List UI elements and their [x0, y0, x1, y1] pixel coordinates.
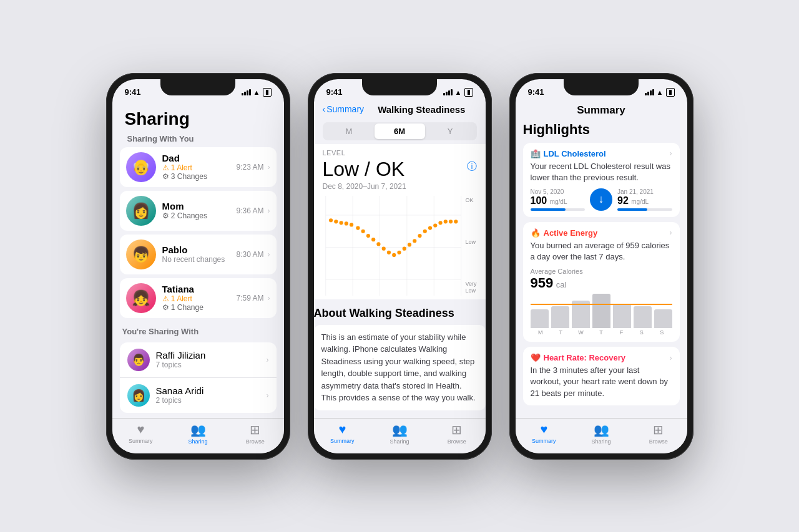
contact-card-pablo[interactable]: 👦 Pablo No recent changes 8:30 AM › — [120, 235, 277, 274]
chevron-sanaa: › — [267, 391, 269, 400]
svg-point-18 — [376, 242, 380, 246]
walking-chart-svg — [323, 196, 477, 296]
svg-point-20 — [386, 250, 390, 254]
cal-days: M T W T F S S — [531, 329, 672, 336]
contact-info-dad: Dad ⚠ 1 Alert ⚙ 3 Changes — [162, 153, 230, 181]
summary-content: Highlights 🏥 LDL Cholesterol › Your rece… — [516, 122, 687, 418]
tab-summary-2[interactable]: ♥ Summary — [314, 422, 371, 445]
chevron-raffi: › — [267, 355, 269, 364]
avatar-raffi: 👨 — [127, 349, 150, 371]
level-date: Dec 8, 2020–Jun 7, 2021 — [323, 182, 477, 191]
cal-chart — [531, 294, 672, 328]
svg-point-31 — [443, 220, 447, 223]
about-card: This is an estimate of your stability wh… — [314, 325, 486, 410]
about-title: About Walking Steadiness — [314, 307, 486, 320]
tab-bar-1: ♥ Summary 👥 Sharing ⊞ Browse — [112, 418, 284, 453]
notch — [160, 79, 235, 95]
sharing-person-sanaa[interactable]: 👩 Sanaa Aridi 2 topics › — [120, 378, 277, 413]
battery-icon-3: ▮ — [666, 88, 675, 97]
svg-point-24 — [407, 243, 411, 246]
walking-nav-title: Walking Steadiness — [366, 104, 476, 115]
svg-point-29 — [433, 223, 437, 227]
tab-sharing-1[interactable]: 👥 Sharing — [169, 422, 227, 445]
tab-browse-1[interactable]: ⊞ Browse — [227, 422, 284, 445]
browse-icon-2: ⊞ — [451, 422, 462, 437]
cal-unit: cal — [556, 280, 567, 289]
contact-card-dad[interactable]: 👴 Dad ⚠ 1 Alert ⚙ 3 Changes — [120, 147, 277, 187]
contact-right-mom: 9:36 AM › — [236, 206, 270, 215]
contact-list: 👴 Dad ⚠ 1 Alert ⚙ 3 Changes — [112, 147, 284, 322]
chevron-ldl: › — [670, 149, 672, 158]
notch-3 — [564, 79, 639, 95]
nav-bar-walking: ‹ Summary Walking Steadiness — [314, 102, 486, 118]
svg-point-22 — [397, 250, 401, 254]
ldl-after-unit: mg/dL — [631, 198, 649, 205]
contact-card-tatiana[interactable]: 👧 Tatiana ⚠ 1 Alert ⚙ 1 Change — [120, 278, 277, 318]
energy-description: You burned an average of 959 calories a … — [531, 240, 672, 263]
chevron-pablo: › — [268, 250, 270, 259]
cal-bar-m — [531, 309, 549, 328]
svg-point-17 — [371, 238, 375, 241]
sharing-with-label: You're Sharing With — [112, 322, 284, 342]
svg-point-26 — [418, 233, 421, 237]
cal-bar-f — [613, 304, 631, 329]
notch-2 — [362, 79, 437, 95]
segment-m[interactable]: M — [324, 123, 375, 139]
highlight-card-energy: 🔥 Active Energy › You burned an average … — [523, 222, 680, 342]
battery-icon-2: ▮ — [464, 88, 473, 97]
cal-avg-label: Average Calories — [531, 268, 672, 275]
phone-summary: 9:41 ▲ ▮ Summary Highlights — [509, 73, 694, 460]
chevron-tatiana: › — [268, 294, 270, 302]
energy-icon: 🔥 — [531, 228, 541, 238]
avatar-sanaa: 👩 — [127, 384, 150, 407]
chevron-energy: › — [670, 228, 672, 237]
phone-sharing: 9:41 ▲ ▮ Sharing Sharing With You — [106, 73, 290, 460]
energy-category-label: Active Energy — [544, 228, 598, 238]
svg-point-27 — [423, 229, 426, 233]
walking-chart: OK Low VeryLow — [323, 196, 477, 296]
chart-labels-right: OK Low VeryLow — [465, 196, 476, 296]
wifi-icon-1: ▲ — [253, 89, 260, 96]
cal-bar-t1 — [551, 306, 569, 329]
battery-icon-1: ▮ — [263, 88, 272, 97]
avatar-dad: 👴 — [126, 152, 156, 182]
ldl-after-date: Jan 21, 2021 — [617, 188, 672, 195]
tab-browse-2[interactable]: ⊞ Browse — [428, 422, 486, 445]
cal-value: 959 — [531, 275, 554, 291]
chevron-mom: › — [268, 206, 270, 215]
tab-bar-2: ♥ Summary 👥 Sharing ⊞ Browse — [314, 418, 486, 453]
tab-sharing-3[interactable]: 👥 Sharing — [572, 422, 630, 445]
cal-bar-s2 — [654, 309, 672, 328]
signal-bars-1 — [242, 89, 251, 95]
segment-y[interactable]: Y — [425, 123, 476, 139]
browse-icon-1: ⊞ — [250, 422, 260, 437]
ldl-down-arrow: ↓ — [590, 188, 612, 211]
heart-recovery-icon: ❤️ — [531, 353, 541, 362]
tab-bar-3: ♥ Summary 👥 Sharing ⊞ Browse — [516, 418, 687, 453]
ldl-category-label: LDL Cholesterol — [544, 149, 606, 158]
sharing-icon-1: 👥 — [190, 422, 206, 437]
cal-bar-s1 — [634, 306, 652, 329]
ldl-before-bar — [531, 208, 566, 211]
cal-chart-container: M T W T F S S — [531, 294, 672, 336]
back-button-walking[interactable]: ‹ Summary — [323, 104, 365, 114]
tab-summary-1[interactable]: ♥ Summary — [112, 422, 170, 445]
svg-point-28 — [428, 226, 431, 230]
tab-summary-3[interactable]: ♥ Summary — [516, 422, 573, 445]
svg-point-32 — [448, 220, 452, 223]
segment-6m[interactable]: 6M — [375, 123, 425, 139]
svg-point-11 — [339, 221, 343, 225]
status-icons-1: ▲ ▮ — [242, 88, 272, 97]
tab-browse-3[interactable]: ⊞ Browse — [630, 422, 687, 445]
status-time-3: 9:41 — [528, 87, 544, 97]
summary-page-title: Summary — [516, 102, 687, 122]
sharing-person-raffi[interactable]: 👨 Raffi Jilizian 7 topics › — [120, 342, 277, 378]
contact-card-mom[interactable]: 👩 Mom ⚙ 2 Changes 9:36 AM › — [120, 191, 277, 231]
contact-right-pablo: 8:30 AM › — [236, 250, 270, 259]
avatar-tatiana: 👧 — [126, 283, 156, 313]
svg-point-16 — [366, 233, 370, 237]
info-icon[interactable]: ⓘ — [467, 160, 477, 173]
tab-sharing-2[interactable]: 👥 Sharing — [371, 422, 428, 445]
level-value: Low / OK — [323, 158, 405, 181]
heart-icon-2: ♥ — [338, 422, 346, 437]
